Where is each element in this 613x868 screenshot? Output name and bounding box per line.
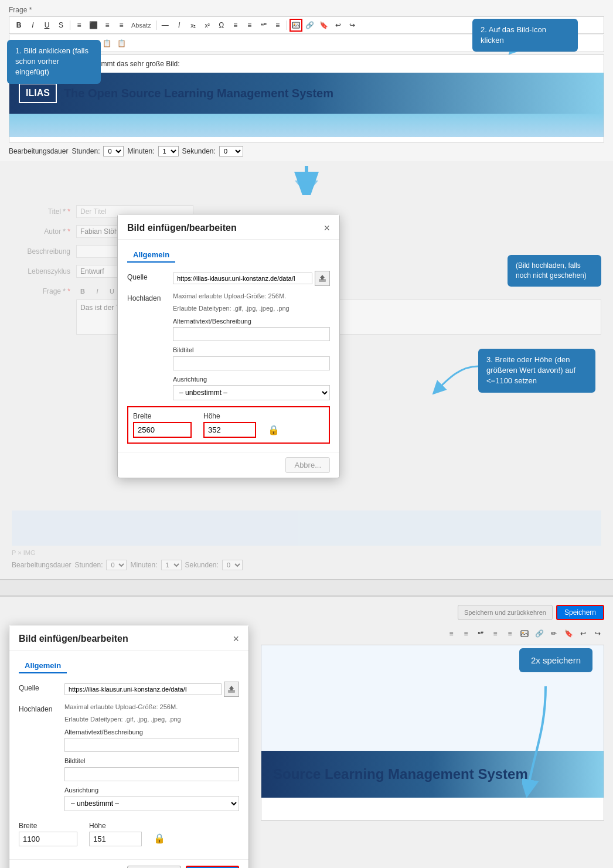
fq-bold[interactable]: B (76, 285, 89, 298)
omega-btn[interactable]: Ω (215, 19, 228, 32)
stunden-label: Stunden: (71, 147, 100, 155)
rt-img[interactable] (518, 627, 531, 640)
rt-list2[interactable]: ≡ (459, 627, 472, 640)
upload-btn-bottom[interactable] (224, 682, 239, 697)
titel-bild-input[interactable] (173, 356, 330, 370)
rt-undo[interactable]: ↩ (577, 627, 590, 640)
save-bar: Speichern und zurückkehren Speichern (9, 603, 604, 625)
upload-btn-top[interactable] (315, 271, 330, 286)
dialog-body-top: Allgemein Quelle (118, 240, 339, 452)
rt-redo[interactable]: ↪ (591, 627, 604, 640)
sub-btn[interactable]: x₂ (187, 19, 200, 32)
align-right-btn[interactable]: ≡ (101, 19, 114, 32)
divider2 (156, 21, 156, 30)
dialog-close-top[interactable]: × (323, 223, 330, 233)
minuten-sel2[interactable]: 1 (161, 560, 182, 570)
speichern-zurueck-btn[interactable]: Speichern und zurückkehren (458, 605, 553, 620)
alignl2-btn[interactable]: ≡ (271, 19, 284, 32)
ausrichtung-select-b[interactable]: – unbestimmt – (64, 796, 239, 811)
breite-input-top[interactable] (133, 422, 192, 438)
sup-btn[interactable]: x² (201, 19, 214, 32)
rt-list1[interactable]: ≡ (445, 627, 458, 640)
hochladen-label: Hochladen (127, 292, 168, 302)
tab-allgemein-top[interactable]: Allgemein (127, 248, 175, 263)
breite-input-bottom[interactable] (19, 832, 77, 846)
tab-allgemein-bottom[interactable]: Allgemein (19, 659, 67, 673)
rt-edit[interactable]: ✏ (547, 627, 560, 640)
rt-link[interactable]: 🔗 (533, 627, 546, 640)
dialog-footer-top: Abbre... (118, 452, 339, 478)
list2-btn[interactable]: ≡ (243, 19, 256, 32)
list1-btn[interactable]: ≡ (229, 19, 242, 32)
divider1 (70, 21, 70, 30)
url-input-bottom[interactable] (64, 683, 222, 695)
italic-btn[interactable]: I (26, 19, 39, 32)
tb2-i8[interactable]: 📋 (115, 37, 128, 50)
big-arrow-down (283, 163, 330, 195)
section-separator (0, 579, 613, 597)
url-row (173, 271, 330, 286)
abbrechen-btn-partial[interactable]: Abbre... (285, 457, 330, 473)
hochladen-label-b: Hochladen (19, 703, 60, 713)
dialog-title-top: Bild einfügen/bearbeiten (127, 223, 237, 233)
tb2-i7[interactable]: 📋 (100, 37, 113, 50)
alt-label: Alternativtext/Beschreibung (173, 317, 330, 326)
frage-label-form: Frage * (12, 285, 70, 295)
divider3 (287, 21, 287, 30)
quote-btn[interactable]: ❝❞ (257, 19, 270, 32)
alt-label-b: Alternativtext/Beschreibung (64, 728, 239, 737)
fq-italic[interactable]: I (91, 285, 104, 298)
align-left-btn[interactable]: ≡ (73, 19, 86, 32)
dialog-body-bottom: Allgemein Quelle (9, 651, 248, 859)
sekunden-select[interactable]: 030 (219, 146, 243, 156)
ausrichtung-select[interactable]: – unbestimmt – (173, 385, 330, 400)
image-icon-btn[interactable] (290, 19, 302, 32)
minuten-select[interactable]: 125 (158, 146, 179, 156)
breite-field-b: Breite (19, 822, 77, 846)
underline-btn[interactable]: U (40, 19, 53, 32)
rt-quote[interactable]: ❝❞ (474, 627, 487, 640)
hoehe-input-bottom[interactable] (89, 832, 142, 846)
dialog-header-top: Bild einfügen/bearbeiten × (118, 215, 339, 240)
ilias-logo: ILIAS (19, 83, 57, 103)
svg-point-9 (522, 632, 523, 633)
ausrichtung-label-b: Ausrichtung (64, 786, 239, 795)
stunden-sel2[interactable]: 0 (106, 560, 127, 570)
bottom-content: Bild einfügen/bearbeiten × Allgemein Que… (9, 625, 604, 868)
quelle-content (173, 271, 330, 286)
strike-btn[interactable]: S (55, 19, 67, 32)
url-input-top[interactable] (173, 273, 312, 284)
italic2-btn[interactable]: I (173, 19, 186, 32)
rt-align2[interactable]: ≡ (503, 627, 516, 640)
quelle-label-b: Quelle (19, 682, 60, 692)
dialog-title-bottom: Bild einfügen/bearbeiten (19, 634, 128, 644)
dialog-box-bottom: Bild einfügen/bearbeiten × Allgemein Que… (9, 625, 249, 868)
hint-types: Erlaubte Dateitypen: .gif, .jpg, .jpeg, … (173, 304, 330, 313)
bookmark-btn[interactable]: 🔖 (318, 19, 331, 32)
align-justify-btn[interactable]: ≡ (115, 19, 128, 32)
hoehe-input-top[interactable] (203, 422, 256, 438)
align-center-btn[interactable]: ⬛ (87, 19, 100, 32)
arrow-callout3 (425, 360, 484, 396)
alt-input[interactable] (173, 327, 330, 341)
sekunden-sel2[interactable]: 0 (222, 560, 243, 570)
alt-input-b[interactable] (64, 738, 239, 752)
fq-under[interactable]: U (105, 285, 118, 298)
rt-align[interactable]: ≡ (489, 627, 502, 640)
rt-bkmk[interactable]: 🔖 (562, 627, 575, 640)
abbrechen-btn-bottom[interactable]: Abbrechen (127, 866, 182, 868)
speichern-btn-bottom[interactable]: Speichern (186, 866, 239, 868)
link-btn[interactable]: 🔗 (304, 19, 316, 32)
redo-btn[interactable]: ↪ (346, 19, 359, 32)
stunden-select[interactable]: 012 (103, 146, 124, 156)
middle-section: Titel * Autor * Beschreibung Lebenszyklu… (0, 196, 613, 579)
quelle-row-b: Quelle (19, 682, 239, 697)
dialog-close-bottom[interactable]: × (233, 634, 239, 644)
callout-3: 3. Breite oder Höhe (den größeren Wert d… (478, 349, 595, 393)
speichern-main-btn[interactable]: Speichern (556, 605, 604, 620)
bold-btn[interactable]: B (12, 19, 25, 32)
absatz-label: Absatz (129, 22, 154, 29)
undo-btn[interactable]: ↩ (332, 19, 345, 32)
svg-marker-5 (320, 275, 325, 280)
titel-bild-input-b[interactable] (64, 767, 239, 781)
